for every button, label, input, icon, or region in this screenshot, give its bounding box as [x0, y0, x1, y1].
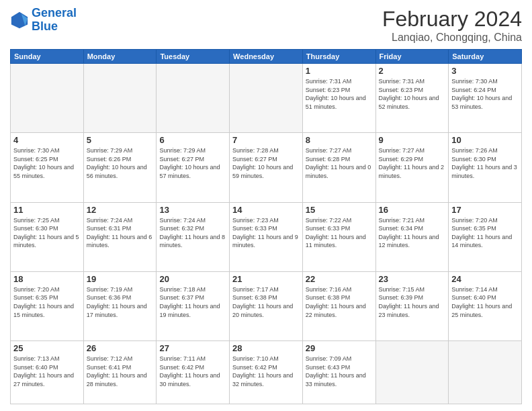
calendar-cell: 15Sunrise: 7:22 AM Sunset: 6:33 PM Dayli… [302, 202, 375, 271]
calendar-cell: 2Sunrise: 7:31 AM Sunset: 6:23 PM Daylig… [375, 64, 449, 133]
calendar-week-row: 11Sunrise: 7:25 AM Sunset: 6:30 PM Dayli… [11, 202, 522, 271]
day-info: Sunrise: 7:16 AM Sunset: 6:38 PM Dayligh… [306, 285, 373, 319]
weekday-header: Monday [83, 50, 157, 64]
logo-line2: Blue [32, 19, 58, 33]
calendar-cell: 25Sunrise: 7:13 AM Sunset: 6:40 PM Dayli… [11, 341, 84, 404]
day-number: 14 [232, 205, 300, 215]
calendar-week-row: 1Sunrise: 7:31 AM Sunset: 6:23 PM Daylig… [11, 64, 522, 133]
day-info: Sunrise: 7:27 AM Sunset: 6:28 PM Dayligh… [306, 146, 373, 180]
day-info: Sunrise: 7:11 AM Sunset: 6:42 PM Dayligh… [159, 355, 226, 388]
day-number: 17 [451, 205, 519, 215]
calendar-cell: 5Sunrise: 7:29 AM Sunset: 6:26 PM Daylig… [83, 133, 157, 202]
page-header: General Blue February 2024 Lanqiao, Chon… [10, 7, 522, 44]
day-number: 12 [87, 205, 154, 215]
day-number: 2 [379, 66, 446, 76]
day-number: 15 [306, 205, 373, 215]
calendar-cell [83, 64, 157, 133]
day-info: Sunrise: 7:15 AM Sunset: 6:39 PM Dayligh… [379, 285, 446, 319]
calendar-cell: 13Sunrise: 7:24 AM Sunset: 6:32 PM Dayli… [157, 202, 230, 271]
day-number: 6 [159, 135, 226, 145]
calendar-cell: 18Sunrise: 7:20 AM Sunset: 6:35 PM Dayli… [11, 271, 84, 340]
calendar-cell [11, 64, 84, 133]
day-info: Sunrise: 7:28 AM Sunset: 6:27 PM Dayligh… [232, 146, 300, 180]
day-number: 7 [232, 135, 300, 145]
calendar-cell: 1Sunrise: 7:31 AM Sunset: 6:23 PM Daylig… [302, 64, 375, 133]
day-info: Sunrise: 7:26 AM Sunset: 6:30 PM Dayligh… [451, 146, 519, 180]
day-number: 8 [306, 135, 373, 145]
day-number: 9 [379, 135, 446, 145]
day-info: Sunrise: 7:24 AM Sunset: 6:32 PM Dayligh… [159, 216, 226, 250]
calendar-week-row: 18Sunrise: 7:20 AM Sunset: 6:35 PM Dayli… [11, 271, 522, 340]
calendar-cell: 16Sunrise: 7:21 AM Sunset: 6:34 PM Dayli… [375, 202, 449, 271]
calendar-cell: 9Sunrise: 7:27 AM Sunset: 6:29 PM Daylig… [375, 133, 449, 202]
day-info: Sunrise: 7:30 AM Sunset: 6:25 PM Dayligh… [13, 146, 81, 180]
day-number: 13 [159, 205, 226, 215]
day-info: Sunrise: 7:18 AM Sunset: 6:37 PM Dayligh… [159, 285, 226, 319]
calendar-cell: 29Sunrise: 7:09 AM Sunset: 6:43 PM Dayli… [302, 341, 375, 404]
calendar-cell: 24Sunrise: 7:14 AM Sunset: 6:40 PM Dayli… [449, 271, 522, 340]
day-info: Sunrise: 7:24 AM Sunset: 6:31 PM Dayligh… [87, 216, 154, 250]
day-number: 4 [13, 135, 81, 145]
calendar-cell: 17Sunrise: 7:20 AM Sunset: 6:35 PM Dayli… [449, 202, 522, 271]
day-info: Sunrise: 7:20 AM Sunset: 6:35 PM Dayligh… [451, 216, 519, 250]
day-info: Sunrise: 7:27 AM Sunset: 6:29 PM Dayligh… [379, 146, 446, 180]
title-block: February 2024 Lanqiao, Chongqing, China [382, 7, 522, 44]
calendar-cell: 7Sunrise: 7:28 AM Sunset: 6:27 PM Daylig… [230, 133, 303, 202]
weekday-header: Sunday [11, 50, 84, 64]
day-info: Sunrise: 7:09 AM Sunset: 6:43 PM Dayligh… [306, 355, 373, 388]
calendar-cell: 4Sunrise: 7:30 AM Sunset: 6:25 PM Daylig… [11, 133, 84, 202]
day-number: 1 [306, 66, 373, 76]
calendar-cell: 19Sunrise: 7:19 AM Sunset: 6:36 PM Dayli… [83, 271, 157, 340]
day-number: 23 [379, 274, 446, 284]
weekday-header: Thursday [302, 50, 375, 64]
calendar-week-row: 25Sunrise: 7:13 AM Sunset: 6:40 PM Dayli… [11, 341, 522, 404]
day-info: Sunrise: 7:23 AM Sunset: 6:33 PM Dayligh… [232, 216, 300, 250]
day-number: 27 [159, 343, 226, 353]
day-number: 16 [379, 205, 446, 215]
calendar-cell: 23Sunrise: 7:15 AM Sunset: 6:39 PM Dayli… [375, 271, 449, 340]
day-info: Sunrise: 7:14 AM Sunset: 6:40 PM Dayligh… [451, 285, 519, 319]
day-number: 18 [13, 274, 81, 284]
logo: General Blue [10, 7, 77, 34]
day-number: 19 [87, 274, 154, 284]
calendar-cell [449, 341, 522, 404]
logo-line1: General [32, 6, 77, 19]
day-number: 20 [159, 274, 226, 284]
day-number: 28 [232, 343, 300, 353]
calendar-header-row: SundayMondayTuesdayWednesdayThursdayFrid… [11, 50, 522, 64]
day-info: Sunrise: 7:13 AM Sunset: 6:40 PM Dayligh… [13, 355, 81, 388]
day-info: Sunrise: 7:31 AM Sunset: 6:23 PM Dayligh… [379, 77, 446, 111]
day-info: Sunrise: 7:29 AM Sunset: 6:26 PM Dayligh… [87, 146, 154, 180]
day-info: Sunrise: 7:29 AM Sunset: 6:27 PM Dayligh… [159, 146, 226, 180]
day-number: 3 [451, 66, 519, 76]
month-title: February 2024 [382, 7, 522, 32]
weekday-header: Friday [375, 50, 449, 64]
calendar-cell: 6Sunrise: 7:29 AM Sunset: 6:27 PM Daylig… [157, 133, 230, 202]
day-info: Sunrise: 7:25 AM Sunset: 6:30 PM Dayligh… [13, 216, 81, 250]
calendar-cell: 10Sunrise: 7:26 AM Sunset: 6:30 PM Dayli… [449, 133, 522, 202]
calendar-cell: 22Sunrise: 7:16 AM Sunset: 6:38 PM Dayli… [302, 271, 375, 340]
day-number: 29 [306, 343, 373, 353]
weekday-header: Saturday [449, 50, 522, 64]
day-number: 25 [13, 343, 81, 353]
day-info: Sunrise: 7:17 AM Sunset: 6:38 PM Dayligh… [232, 285, 300, 319]
calendar-cell: 12Sunrise: 7:24 AM Sunset: 6:31 PM Dayli… [83, 202, 157, 271]
day-info: Sunrise: 7:30 AM Sunset: 6:24 PM Dayligh… [451, 77, 519, 111]
weekday-header: Tuesday [157, 50, 230, 64]
day-number: 22 [306, 274, 373, 284]
location: Lanqiao, Chongqing, China [382, 32, 522, 44]
calendar-cell [375, 341, 449, 404]
calendar-week-row: 4Sunrise: 7:30 AM Sunset: 6:25 PM Daylig… [11, 133, 522, 202]
calendar-cell: 3Sunrise: 7:30 AM Sunset: 6:24 PM Daylig… [449, 64, 522, 133]
weekday-header: Wednesday [230, 50, 303, 64]
day-number: 10 [451, 135, 519, 145]
calendar-cell: 27Sunrise: 7:11 AM Sunset: 6:42 PM Dayli… [157, 341, 230, 404]
day-info: Sunrise: 7:31 AM Sunset: 6:23 PM Dayligh… [306, 77, 373, 111]
day-info: Sunrise: 7:22 AM Sunset: 6:33 PM Dayligh… [306, 216, 373, 250]
calendar-cell: 14Sunrise: 7:23 AM Sunset: 6:33 PM Dayli… [230, 202, 303, 271]
day-info: Sunrise: 7:20 AM Sunset: 6:35 PM Dayligh… [13, 285, 81, 319]
logo-icon [10, 11, 29, 30]
calendar-cell [157, 64, 230, 133]
calendar-cell: 28Sunrise: 7:10 AM Sunset: 6:42 PM Dayli… [230, 341, 303, 404]
day-number: 21 [232, 274, 300, 284]
